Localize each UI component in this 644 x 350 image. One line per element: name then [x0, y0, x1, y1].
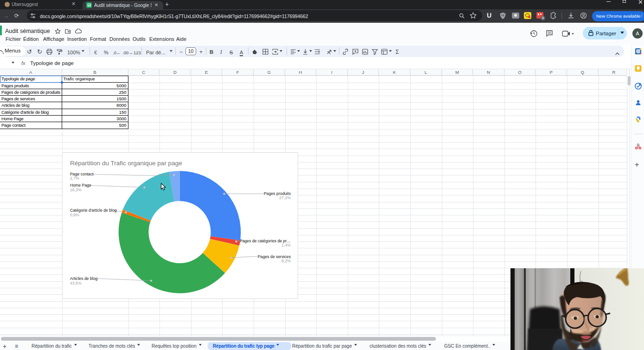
svg-text:31: 31: [637, 50, 640, 53]
